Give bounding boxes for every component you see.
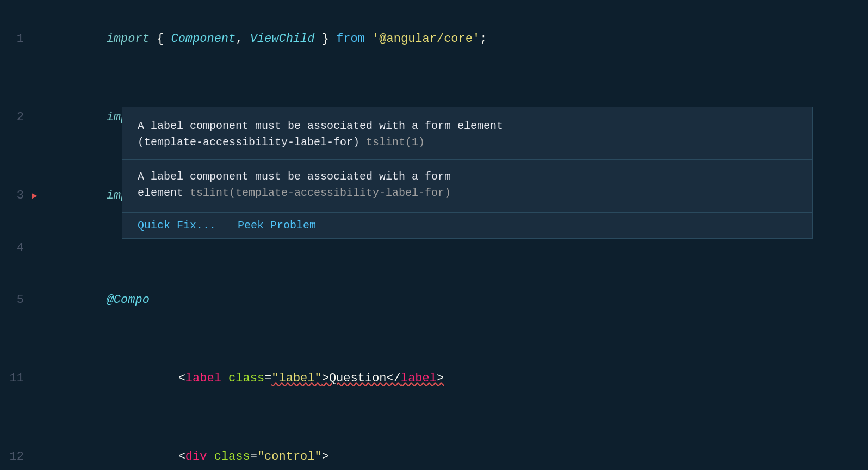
line-number-11: 11 (0, 366, 33, 392)
tooltip-msg-line1-1: A label component must be associated wit… (138, 120, 503, 132)
tooltip-msg-line2-1: (template-accessibility-label-for) (138, 136, 359, 149)
line-number-1: 1 (0, 26, 33, 52)
tooltip-message-2: A label component must be associated wit… (122, 160, 812, 213)
peek-problem-button[interactable]: Peek Problem (238, 219, 316, 232)
tooltip-popup: A label component must be associated wit… (122, 107, 813, 239)
arrow-icon: ▶ (32, 183, 38, 209)
line-content-11: <label class="label">Question</label> (38, 339, 444, 418)
tooltip-message-1: A label component must be associated wit… (122, 107, 812, 160)
line-number-5: 5 (0, 287, 33, 313)
code-line-12: 12 <div class="control"> (0, 418, 868, 470)
code-line-5: 5 @Compo (0, 261, 868, 339)
line-content-12: <div class="control"> (38, 418, 329, 470)
tooltip-msg-text-2: A label component must be associated wit… (138, 169, 797, 201)
code-line-1: 1 import { Component, ViewChild } from '… (0, 0, 868, 78)
line-number-4: 4 (0, 235, 33, 261)
line-content-5: @Compo (38, 261, 150, 339)
tooltip-tslint-1: tslint(1) (359, 136, 425, 149)
editor-container: 1 import { Component, ViewChild } from '… (0, 0, 868, 470)
tooltip-msg-text-1: A label component must be associated wit… (138, 118, 797, 151)
line-number-3: 3 (0, 183, 33, 209)
code-line-11: 11 <label class="label">Question</label> (0, 339, 868, 418)
tooltip-msg-line2-2: element (138, 187, 183, 199)
line-number-12: 12 (0, 444, 33, 470)
tooltip-msg-line1-2: A label component must be associated wit… (138, 170, 451, 183)
code-area: 1 import { Component, ViewChild } from '… (0, 0, 868, 470)
tooltip-tslint-2: tslint(template-accessibility-label-for) (183, 187, 451, 199)
token-import-1: import (107, 32, 150, 46)
tooltip-actions: Quick Fix... Peek Problem (122, 213, 812, 238)
line-number-2: 2 (0, 104, 33, 131)
quick-fix-button[interactable]: Quick Fix... (138, 219, 216, 232)
code-line-4: 4 (0, 235, 868, 261)
line-content-1: import { Component, ViewChild } from '@a… (38, 0, 487, 78)
